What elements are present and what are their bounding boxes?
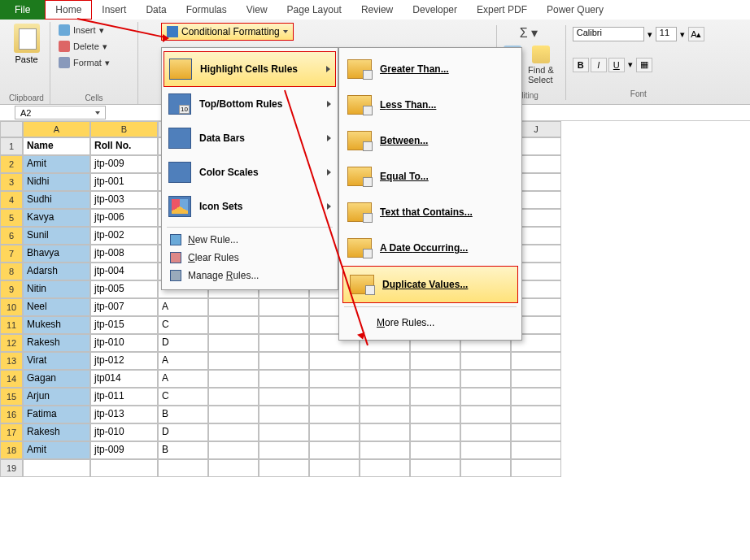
cell[interactable]: Rakesh [23,423,90,441]
increase-font-button[interactable]: A▴ [688,27,704,41]
cell[interactable]: jtp-015 [90,316,158,334]
cell[interactable] [309,441,360,459]
cell[interactable] [511,406,561,423]
menu-clear-rules[interactable]: Clear Rules [164,249,336,267]
cell[interactable]: A [158,352,208,370]
menu-between[interactable]: Between... [341,123,520,158]
border-button[interactable]: ▦ [636,58,652,72]
row-header-17[interactable]: 17 [0,423,23,441]
row-header-5[interactable]: 5 [0,209,23,227]
cell[interactable] [208,334,259,352]
row-header-19[interactable]: 19 [0,459,23,477]
conditional-formatting-button[interactable]: Conditional Formatting [161,23,294,41]
menu-less-than[interactable]: Less Than... [341,87,520,123]
cell[interactable]: Sunil [23,227,90,245]
menu-manage-rules[interactable]: Manage Rules... [164,267,336,284]
cell[interactable] [511,459,561,477]
cell[interactable]: jtp-010 [90,423,158,441]
cell[interactable]: Bhavya [23,245,90,263]
font-size-select[interactable]: 11 [656,27,677,41]
tab-view[interactable]: View [237,0,277,20]
column-header-A[interactable]: A [23,121,90,137]
row-header-10[interactable]: 10 [0,298,23,316]
cell[interactable] [208,298,259,316]
row-header-4[interactable]: 4 [0,191,23,209]
cell[interactable]: Amit [23,155,90,173]
cell[interactable] [158,459,208,477]
cell[interactable]: C [158,316,208,334]
cell[interactable]: jtp-007 [90,298,158,316]
cell[interactable]: B [158,441,208,459]
cell[interactable] [360,441,410,459]
row-header-16[interactable]: 16 [0,406,23,423]
tab-page-layout[interactable]: Page Layout [277,0,351,20]
cell[interactable] [360,352,410,370]
cell[interactable]: Nidhi [23,173,90,191]
cell[interactable] [460,388,511,406]
cell[interactable] [410,441,460,459]
italic-button[interactable]: I [591,58,607,72]
cell[interactable] [259,441,309,459]
cell[interactable]: Roll No. [90,137,158,155]
cell[interactable]: jtp-004 [90,263,158,280]
find-select-button[interactable]: Find & Select [528,46,554,85]
select-all-corner[interactable] [0,121,23,137]
cell[interactable] [208,441,259,459]
cell[interactable] [309,388,360,406]
cell[interactable] [309,459,360,477]
cell[interactable]: Gagan [23,370,90,388]
cell[interactable]: jtp-009 [90,155,158,173]
cell[interactable]: B [158,406,208,423]
menu-data-bars[interactable]: Data Bars [164,121,336,155]
cell[interactable] [410,370,460,388]
tab-data[interactable]: Data [136,0,176,20]
cell[interactable]: D [158,334,208,352]
cell[interactable] [460,441,511,459]
column-header-B[interactable]: B [90,121,158,137]
row-header-6[interactable]: 6 [0,227,23,245]
row-header-18[interactable]: 18 [0,441,23,459]
menu-date-occurring[interactable]: A Date Occurring... [341,230,520,266]
cell[interactable]: D [158,423,208,441]
cell[interactable] [511,352,561,370]
cell[interactable] [511,388,561,406]
row-header-11[interactable]: 11 [0,316,23,334]
cell[interactable]: jtp-008 [90,245,158,263]
menu-top-bottom-rules[interactable]: Top/Bottom Rules [164,87,336,121]
cell[interactable]: jtp-013 [90,406,158,423]
cell[interactable] [208,423,259,441]
cell[interactable] [360,459,410,477]
cell[interactable]: Mukesh [23,316,90,334]
row-header-3[interactable]: 3 [0,173,23,191]
cell[interactable] [208,459,259,477]
cell[interactable] [309,370,360,388]
cell[interactable] [460,406,511,423]
cell[interactable] [410,388,460,406]
cell[interactable]: jtp-002 [90,227,158,245]
row-header-15[interactable]: 15 [0,388,23,406]
cell[interactable] [309,352,360,370]
cell[interactable]: jtp-001 [90,173,158,191]
menu-text-contains[interactable]: Text that Contains... [341,194,520,230]
row-header-9[interactable]: 9 [0,280,23,298]
cell[interactable]: Rakesh [23,334,90,352]
cell[interactable]: jtp-006 [90,209,158,227]
cell[interactable] [410,406,460,423]
cell[interactable] [460,423,511,441]
cell[interactable] [410,459,460,477]
format-button[interactable]: Format ▾ [59,56,110,69]
cell[interactable] [460,352,511,370]
row-header-8[interactable]: 8 [0,263,23,280]
cell[interactable] [208,316,259,334]
cell[interactable] [259,316,309,334]
cell[interactable]: Adarsh [23,263,90,280]
cell[interactable]: jtp-005 [90,280,158,298]
tab-formulas[interactable]: Formulas [177,0,237,20]
menu-new-rule[interactable]: New Rule... [164,231,336,249]
cell[interactable] [511,370,561,388]
cell[interactable] [360,388,410,406]
tab-expert-pdf[interactable]: Expert PDF [467,0,537,20]
cell[interactable]: jtp-012 [90,352,158,370]
tab-developer[interactable]: Developer [403,0,467,20]
cell[interactable]: jtp-010 [90,334,158,352]
